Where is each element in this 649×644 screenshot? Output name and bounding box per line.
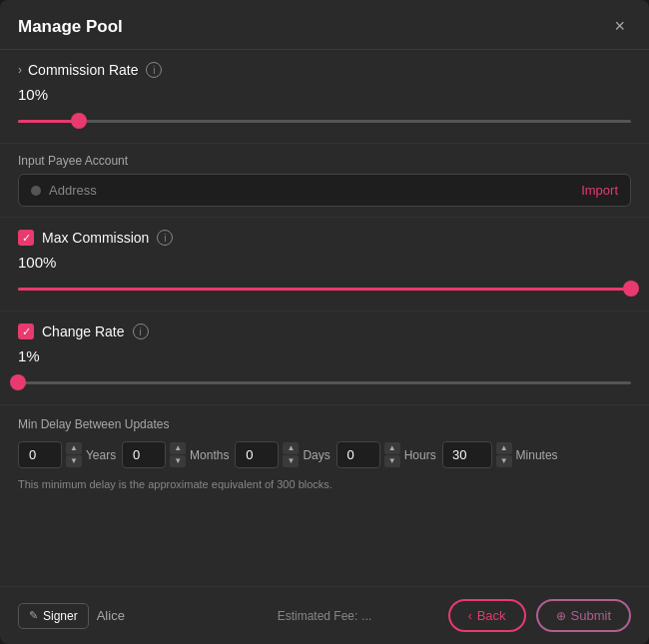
address-field[interactable]: Address — [49, 183, 573, 198]
max-commission-toggle[interactable]: ✓ Max Commission — [18, 230, 149, 246]
modal-body: › Commission Rate i 10% Input Payee Acco… — [0, 50, 649, 586]
delay-years-input[interactable] — [18, 441, 62, 468]
commission-rate-track — [18, 120, 631, 123]
payee-section: Input Payee Account Address Import — [0, 144, 649, 218]
years-label: Years — [86, 448, 116, 462]
days-up-button[interactable]: ▲ — [283, 442, 299, 454]
max-commission-value: 100% — [18, 254, 631, 271]
change-rate-checkbox[interactable]: ✓ — [18, 323, 34, 339]
minutes-label: Minutes — [516, 448, 558, 462]
commission-rate-section: › Commission Rate i 10% — [0, 50, 649, 144]
change-rate-thumb[interactable] — [10, 374, 26, 390]
commission-rate-value: 10% — [18, 86, 631, 103]
delay-inputs: ▲ ▼ Years ▲ ▼ Months — [18, 441, 631, 468]
delay-months-input[interactable] — [122, 441, 166, 468]
change-rate-toggle[interactable]: ✓ Change Rate — [18, 323, 125, 339]
delay-days-input[interactable] — [235, 441, 279, 468]
change-rate-track — [18, 381, 631, 384]
signer-name: Alice — [97, 608, 125, 623]
signer-area: ✎ Signer Alice — [18, 603, 125, 629]
hours-label: Hours — [404, 448, 436, 462]
delay-days-field: ▲ ▼ Days — [235, 441, 329, 468]
max-commission-label: Max Commission — [42, 230, 149, 246]
manage-pool-modal: Manage Pool × › Commission Rate i 10% — [0, 0, 649, 644]
max-commission-fill — [18, 288, 631, 291]
hours-down-button[interactable]: ▼ — [384, 455, 400, 467]
submit-button[interactable]: ⊕ Submit — [536, 599, 631, 632]
change-rate-label: Change Rate — [42, 323, 125, 339]
change-rate-info-icon[interactable]: i — [133, 323, 149, 339]
max-commission-thumb[interactable] — [623, 281, 639, 297]
delay-minutes-field: ▲ ▼ Minutes — [442, 441, 558, 468]
delay-label: Min Delay Between Updates — [18, 417, 631, 431]
chevron-right-icon: › — [18, 63, 22, 77]
months-up-button[interactable]: ▲ — [170, 442, 186, 454]
payee-label: Input Payee Account — [18, 154, 631, 168]
commission-rate-thumb[interactable] — [71, 113, 87, 129]
fee-label: Estimated Fee: — [278, 609, 358, 623]
max-commission-track — [18, 288, 631, 291]
back-label: Back — [477, 608, 506, 623]
delay-hint: This minimum delay is the approximate eq… — [18, 478, 631, 490]
years-spinner: ▲ ▼ — [66, 442, 82, 467]
hours-up-button[interactable]: ▲ — [384, 442, 400, 454]
modal-header: Manage Pool × — [0, 0, 649, 50]
days-down-button[interactable]: ▼ — [283, 455, 299, 467]
years-down-button[interactable]: ▼ — [66, 455, 82, 467]
months-spinner: ▲ ▼ — [170, 442, 186, 467]
signer-label: Signer — [43, 609, 78, 623]
commission-rate-toggle[interactable]: › Commission Rate — [18, 62, 138, 78]
address-input-row: Address Import — [18, 174, 631, 207]
commission-rate-header: › Commission Rate i — [18, 62, 631, 78]
submit-label: Submit — [571, 608, 611, 623]
checkmark-icon-2: ✓ — [22, 325, 31, 338]
delay-section: Min Delay Between Updates ▲ ▼ Years ▲ — [0, 405, 649, 502]
fee-area: Estimated Fee: ... — [278, 609, 372, 623]
max-commission-header: ✓ Max Commission i — [18, 230, 631, 246]
change-rate-value: 1% — [18, 347, 631, 364]
minutes-up-button[interactable]: ▲ — [496, 442, 512, 454]
back-button[interactable]: ‹ Back — [448, 599, 526, 632]
address-dot-icon — [31, 186, 41, 196]
signer-button[interactable]: ✎ Signer — [18, 603, 89, 629]
years-up-button[interactable]: ▲ — [66, 442, 82, 454]
change-rate-slider[interactable] — [18, 372, 631, 392]
import-button[interactable]: Import — [581, 183, 618, 198]
commission-rate-slider[interactable] — [18, 111, 631, 131]
delay-minutes-input[interactable] — [442, 441, 492, 468]
days-spinner: ▲ ▼ — [283, 442, 299, 467]
months-down-button[interactable]: ▼ — [170, 455, 186, 467]
close-button[interactable]: × — [608, 14, 631, 39]
signer-icon: ✎ — [29, 609, 38, 622]
change-rate-section: ✓ Change Rate i 1% — [0, 312, 649, 405]
days-label: Days — [303, 448, 329, 462]
max-commission-section: ✓ Max Commission i 100% — [0, 218, 649, 312]
submit-icon: ⊕ — [556, 609, 566, 623]
checkmark-icon: ✓ — [22, 232, 31, 245]
delay-years-field: ▲ ▼ Years — [18, 441, 116, 468]
max-commission-slider[interactable] — [18, 279, 631, 299]
max-commission-info-icon[interactable]: i — [157, 230, 173, 246]
delay-hours-input[interactable] — [336, 441, 380, 468]
modal-title: Manage Pool — [18, 17, 123, 37]
max-commission-checkbox[interactable]: ✓ — [18, 230, 34, 246]
commission-rate-info-icon[interactable]: i — [146, 62, 162, 78]
back-icon: ‹ — [468, 609, 472, 623]
footer-actions: ‹ Back ⊕ Submit — [448, 599, 631, 632]
fee-value: ... — [361, 609, 371, 623]
hours-spinner: ▲ ▼ — [384, 442, 400, 467]
modal-footer: ✎ Signer Alice Estimated Fee: ... ‹ Back… — [0, 586, 649, 644]
commission-rate-fill — [18, 120, 79, 123]
months-label: Months — [190, 448, 229, 462]
minutes-down-button[interactable]: ▼ — [496, 455, 512, 467]
delay-months-field: ▲ ▼ Months — [122, 441, 229, 468]
commission-rate-label: Commission Rate — [28, 62, 138, 78]
minutes-spinner: ▲ ▼ — [496, 442, 512, 467]
delay-hours-field: ▲ ▼ Hours — [336, 441, 436, 468]
change-rate-header: ✓ Change Rate i — [18, 323, 631, 339]
